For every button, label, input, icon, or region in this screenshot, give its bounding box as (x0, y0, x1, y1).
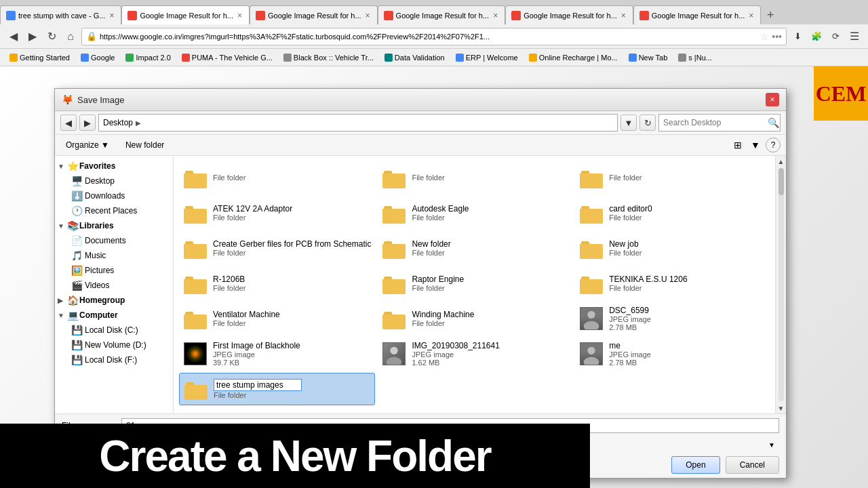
dialog-forward-button[interactable]: ▶ (79, 115, 96, 131)
back-button[interactable]: ◀ (5, 28, 22, 45)
scroll-down-arrow[interactable]: ▼ (776, 403, 787, 413)
file-item-new-folder[interactable]: New folder File folder (378, 232, 572, 264)
bookmark-impact[interactable]: Impact 2.0 (121, 52, 174, 63)
file-item-winding[interactable]: Winding Machine File folder (378, 302, 572, 335)
tab-1[interactable]: tree stump with cave - G... × (0, 5, 121, 24)
new-folder-button[interactable]: New folder (120, 138, 170, 152)
file-item-dsc6599[interactable]: DSC_6599 JPEG image 2.78 MB (575, 302, 770, 335)
sidebar-libraries-header[interactable]: ▼ 📚 Libraries (55, 218, 173, 233)
computer-expand-icon: ▼ (58, 312, 66, 319)
dialog-search-input[interactable] (663, 118, 765, 127)
file-item-r1206b[interactable]: R-1206B File folder (179, 267, 375, 300)
tab-4-close[interactable]: × (492, 11, 499, 20)
tab-5-close[interactable]: × (620, 11, 627, 20)
more-options-icon[interactable]: ••• (772, 31, 782, 42)
file-item-create-gerber[interactable]: Create Gerber files for PCB from Schemat… (179, 232, 375, 264)
folder-unnamed-1-icon (183, 165, 208, 190)
tab-5[interactable]: Google Image Result for h... × (505, 5, 633, 24)
folder-winding-icon (382, 306, 406, 331)
bookmark-nu[interactable]: s |Nu... (674, 52, 716, 63)
file-item-raptor[interactable]: Raptor Engine File folder (378, 267, 572, 300)
dialog-close-button[interactable]: × (766, 93, 779, 106)
file-item-teknika[interactable]: TEKNIKA E.S.U 1206 File folder (575, 267, 770, 300)
file-item-blackhole[interactable]: First Image of Blackhole JPEG image 39.7… (179, 338, 375, 370)
extensions-icon[interactable]: 🧩 (808, 28, 825, 45)
file-item-img20190308[interactable]: IMG_20190308_211641 JPEG image 1.62 MB (378, 338, 572, 370)
dialog-nav-extra-button[interactable]: ▼ (620, 115, 637, 131)
bookmark-getting-started[interactable]: Getting Started (5, 52, 74, 63)
file-type-raptor: File folder (412, 284, 568, 292)
file-item-atek[interactable]: ATEK 12V 2A Adaptor File folder (179, 197, 375, 229)
sidebar-homegroup-header[interactable]: ▶ 🏠 Homegroup (55, 293, 173, 308)
tab-1-close[interactable]: × (108, 11, 115, 20)
file-item-new-job[interactable]: New job File folder (575, 232, 770, 264)
dialog-nav-refresh-button[interactable]: ↻ (639, 115, 656, 131)
file-item-ventilator[interactable]: Ventilator Machine File folder (179, 302, 375, 335)
file-item-me[interactable]: me JPEG image 2.78 MB (575, 338, 770, 370)
file-item-tree-stump[interactable]: File folder (179, 373, 375, 405)
address-input[interactable] (100, 33, 757, 41)
forward-button[interactable]: ▶ (24, 28, 41, 45)
file-item-unnamed-2[interactable]: File folder (378, 161, 572, 194)
reload-button[interactable]: ↻ (43, 28, 60, 45)
bookmark-google[interactable]: Google (77, 52, 119, 63)
tab-4[interactable]: Google Image Result for h... × (378, 5, 506, 24)
sidebar-computer-header[interactable]: ▼ 💻 Computer (55, 308, 173, 323)
help-button[interactable]: ? (766, 138, 781, 152)
bookmark-puma[interactable]: PUMA - The Vehicle G... (178, 52, 277, 63)
tab-6[interactable]: Google Image Result for h... × (633, 5, 762, 24)
home-button[interactable]: ⌂ (62, 28, 79, 45)
computer-icon: 💻 (67, 310, 78, 321)
file-name-blackhole: First Image of Blackhole (213, 341, 371, 350)
sidebar-local-disk-c-label: Local Disk (C:) (85, 325, 167, 335)
bookmark-erp[interactable]: ERP | Welcome (452, 52, 522, 63)
file-type-card-editor: File folder (609, 214, 766, 222)
breadcrumb-bar[interactable]: Desktop ▶ (98, 114, 618, 131)
scroll-thumb[interactable] (778, 168, 784, 195)
pictures-icon: 🖼️ (71, 265, 82, 276)
cancel-button[interactable]: Cancel (726, 456, 779, 474)
file-item-unnamed-3[interactable]: File folder (575, 161, 770, 194)
sidebar-item-new-volume-d[interactable]: 💾 New Volume (D:) (66, 338, 173, 352)
file-info-create-gerber: Create Gerber files for PCB from Schemat… (213, 239, 371, 257)
sidebar-computer-items: 💾 Local Disk (C:) 💾 New Volume (D:) 💾 Lo… (55, 323, 173, 367)
sync-icon[interactable]: ⟳ (827, 28, 844, 45)
sidebar-item-recent-places[interactable]: 🕐 Recent Places (66, 203, 173, 218)
bookmark-datavalidation[interactable]: Data Validation (380, 52, 449, 63)
bookmark-newtab[interactable]: New Tab (625, 52, 672, 63)
open-button[interactable]: Open (671, 456, 719, 474)
tab-3[interactable]: Google Image Result for h... × (250, 5, 378, 24)
tab-2[interactable]: Google Image Result for h... × (121, 5, 250, 24)
bookmark-label-erp: ERP | Welcome (466, 54, 518, 62)
bookmark-blackbox[interactable]: Black Box :: Vehicle Tr... (279, 52, 378, 63)
tab-6-close[interactable]: × (747, 11, 755, 20)
sidebar-item-documents[interactable]: 📄 Documents (66, 233, 173, 248)
sidebar-item-downloads[interactable]: ⬇️ Downloads (66, 188, 173, 203)
sidebar-item-music[interactable]: 🎵 Music (66, 248, 173, 263)
bookmark-recharge[interactable]: Online Recharge | Mo... (525, 52, 622, 63)
folder-atek-icon (183, 201, 208, 225)
scroll-up-arrow[interactable]: ▲ (776, 156, 787, 167)
sidebar-item-pictures[interactable]: 🖼️ Pictures (66, 263, 173, 278)
file-type-blackhole: JPEG image (213, 350, 371, 359)
tab-3-close[interactable]: × (364, 11, 372, 20)
menu-icon[interactable]: ☰ (846, 28, 863, 45)
downloads-icon[interactable]: ⬇ (789, 28, 806, 45)
sidebar-item-videos[interactable]: 🎬 Videos (66, 278, 173, 293)
organize-button[interactable]: Organize ▼ (60, 138, 115, 152)
bookmark-star-icon[interactable]: ☆ (760, 31, 769, 42)
new-tab-button[interactable]: + (761, 5, 780, 24)
file-item-unnamed-1[interactable]: File folder (179, 161, 375, 194)
file-rename-input-tree-stump[interactable] (214, 379, 302, 391)
sidebar-item-local-disk-c[interactable]: 💾 Local Disk (C:) (66, 323, 173, 338)
file-item-card-editor[interactable]: card editor0 File folder (575, 197, 770, 229)
file-item-autodesk[interactable]: Autodesk Eagle File folder (378, 197, 572, 229)
bookmark-favicon-blackbox (283, 54, 292, 62)
sidebar-item-local-disk-f[interactable]: 💾 Local Disk (F:) (66, 352, 173, 367)
sidebar-item-desktop[interactable]: 🖥️ Desktop (66, 174, 173, 188)
views-button[interactable]: ⊞ (730, 138, 745, 152)
views-arrow-icon[interactable]: ▼ (748, 138, 763, 152)
dialog-back-button[interactable]: ◀ (60, 115, 77, 131)
tab-2-close[interactable]: × (236, 11, 243, 20)
sidebar-favorites-header[interactable]: ▼ ⭐ Favorites (55, 159, 173, 174)
